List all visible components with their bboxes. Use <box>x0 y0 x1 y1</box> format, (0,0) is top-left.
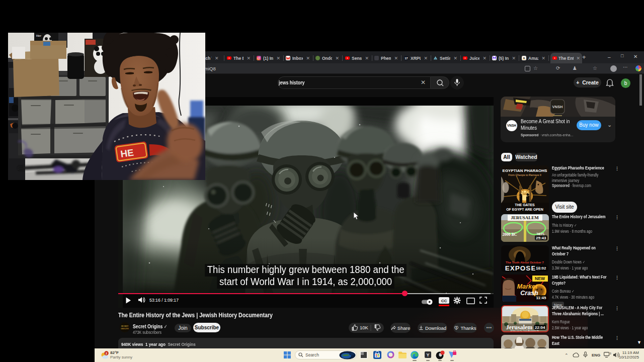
svg-text:THE GATES: THE GATES <box>515 203 535 207</box>
svg-text:CC: CC <box>441 299 447 303</box>
svg-text:2000 BC: 2000 BC <box>502 232 517 237</box>
svg-text:Y: Y <box>426 352 429 357</box>
svg-text:A Holy City For Three Abrahami: A Holy City For Three Abrahamic Re <box>511 330 539 332</box>
svg-text:Market: Market <box>517 283 538 290</box>
svg-text:ORIGINS: ORIGINS <box>121 328 129 330</box>
svg-text:The Truth About October 7: The Truth About October 7 <box>506 261 544 264</box>
svg-text:HE: HE <box>120 147 134 159</box>
svg-text:Her: Her <box>36 34 42 37</box>
svg-text:OF EGYPT ARE OPEN: OF EGYPT ARE OPEN <box>506 208 543 211</box>
svg-text:SECRET: SECRET <box>121 325 129 327</box>
svg-text:JERUSALEM: JERUSALEM <box>511 215 539 220</box>
svg-text:NEW: NEW <box>535 276 545 281</box>
svg-text:9: 9 <box>610 352 611 355</box>
svg-text:17: 17 <box>405 57 408 60</box>
svg-text:VNSH: VNSH <box>552 105 563 109</box>
svg-text:$: $ <box>456 327 457 329</box>
svg-text:EGYPTIAN PHARAOHS: EGYPTIAN PHARAOHS <box>503 168 548 173</box>
svg-text:From Cheops to Ramses II: From Cheops to Ramses II <box>508 173 541 176</box>
